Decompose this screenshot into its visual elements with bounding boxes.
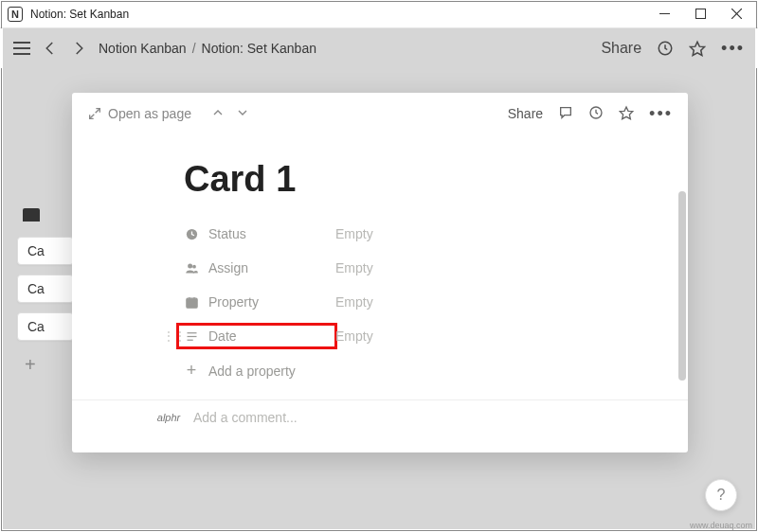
property-label[interactable]: Status xyxy=(184,226,335,241)
window-close-button[interactable] xyxy=(728,6,745,23)
property-row[interactable]: ⋮⋮AssignEmpty xyxy=(184,251,688,285)
svg-point-12 xyxy=(192,264,196,268)
property-row[interactable]: ⋮⋮StatusEmpty xyxy=(184,217,688,251)
property-value[interactable]: Empty xyxy=(335,294,373,310)
svg-marker-9 xyxy=(620,107,632,119)
watermark: www.deuaq.com xyxy=(690,521,752,530)
help-button[interactable]: ? xyxy=(705,479,737,511)
svg-point-11 xyxy=(188,263,192,268)
page-modal: Open as page Share ••• Card 1 ⋮⋮StatusEm… xyxy=(72,93,688,452)
status-icon xyxy=(184,226,199,241)
property-label[interactable]: Assign xyxy=(184,260,335,275)
board-card[interactable]: Ca xyxy=(17,312,74,341)
window-minimize-button[interactable] xyxy=(656,6,673,23)
add-property-label: Add a property xyxy=(208,364,296,379)
property-value[interactable]: Empty xyxy=(335,328,373,344)
add-card-button[interactable]: + xyxy=(17,350,74,380)
divider xyxy=(72,399,688,400)
plus-icon: + xyxy=(184,361,199,381)
property-label[interactable]: Date xyxy=(178,325,335,347)
inbox-icon xyxy=(23,208,40,222)
favorite-star-icon[interactable] xyxy=(619,105,634,123)
open-as-page-button[interactable]: Open as page xyxy=(87,106,191,121)
updates-clock-icon[interactable] xyxy=(588,105,604,123)
board-card[interactable]: Ca xyxy=(17,237,74,265)
property-name: Property xyxy=(208,294,259,310)
property-name: Date xyxy=(208,328,237,344)
comment-input-row[interactable]: alphr Add a comment... xyxy=(155,410,688,425)
page-title[interactable]: Card 1 xyxy=(184,159,688,200)
property-value[interactable]: Empty xyxy=(335,260,373,275)
expand-icon xyxy=(87,106,102,121)
property-value[interactable]: Empty xyxy=(335,226,373,241)
property-name: Status xyxy=(208,226,246,241)
svg-line-7 xyxy=(96,109,100,114)
comment-placeholder: Add a comment... xyxy=(193,410,298,425)
board-card[interactable]: Ca xyxy=(17,275,74,303)
avatar: alphr xyxy=(155,412,182,423)
modal-body: Card 1 ⋮⋮StatusEmpty⋮⋮AssignEmpty⋮⋮Prope… xyxy=(72,134,688,452)
comments-icon[interactable] xyxy=(558,105,573,123)
drag-handle-icon[interactable]: ⋮⋮ xyxy=(163,329,186,343)
open-as-page-label: Open as page xyxy=(108,106,191,121)
background-board: Ca Ca Ca + xyxy=(17,208,74,380)
property-row[interactable]: ⋮⋮PropertyEmpty xyxy=(184,285,688,319)
app-icon: N xyxy=(8,7,23,22)
property-label[interactable]: Property xyxy=(184,294,335,310)
property-name: Assign xyxy=(208,260,248,275)
window-titlebar: N Notion: Set Kanban xyxy=(0,0,758,28)
window-title: Notion: Set Kanban xyxy=(30,8,129,21)
property-row[interactable]: ⋮⋮DateEmpty xyxy=(184,319,688,353)
next-page-button[interactable] xyxy=(235,105,250,123)
modal-more-menu-icon[interactable]: ••• xyxy=(649,104,673,124)
prev-page-button[interactable] xyxy=(210,105,226,123)
svg-rect-1 xyxy=(695,9,705,19)
svg-line-6 xyxy=(90,115,95,119)
add-property-button[interactable]: + Add a property xyxy=(184,355,688,386)
date-cal-icon xyxy=(184,294,199,310)
window-maximize-button[interactable] xyxy=(692,6,709,23)
modal-toolbar: Open as page Share ••• xyxy=(72,93,688,134)
assign-icon xyxy=(184,260,199,275)
svg-rect-13 xyxy=(186,298,196,308)
text-icon xyxy=(184,328,199,344)
modal-share-button[interactable]: Share xyxy=(508,106,543,121)
